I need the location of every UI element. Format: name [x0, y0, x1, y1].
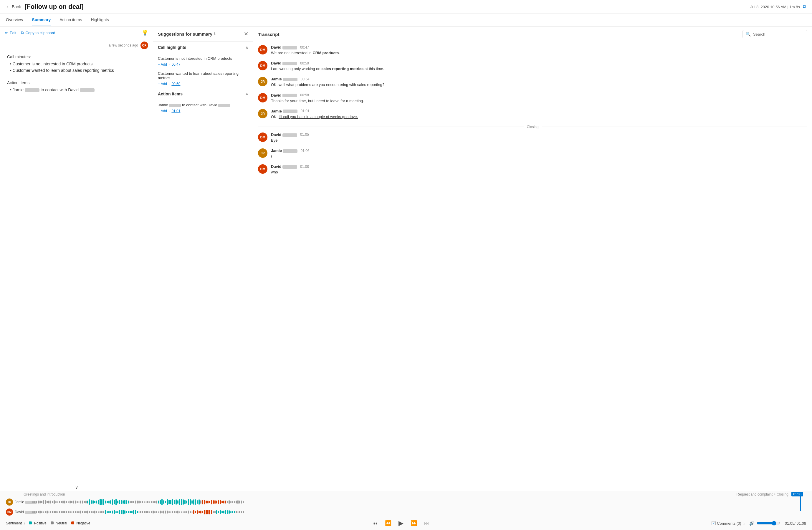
entry-meta: David 01:05 Bye. [271, 132, 309, 143]
info-icon: ℹ [214, 32, 216, 36]
back-button[interactable]: ← Back [6, 4, 21, 10]
meta-time: a few seconds ago [109, 43, 138, 47]
summary-bullet-2: • Customer wanted to learn about sales r… [7, 68, 146, 73]
summary-meta: a few seconds ago OR [0, 39, 153, 51]
copy-button[interactable]: ⧉ Copy to clipboard [21, 30, 55, 35]
fast-forward-button[interactable]: ⏩ [409, 519, 418, 528]
volume-slider[interactable] [757, 521, 780, 526]
action-items-section: Action items ∧ Jamie to contact with Dav… [153, 88, 253, 115]
nav-tabs: Overview Summary Action items Highlights [0, 14, 812, 27]
avatar-jr: JR [258, 77, 267, 86]
avatar-jr: JR [258, 148, 267, 158]
action-item-time-1[interactable]: 01:01 [171, 109, 180, 113]
entry-meta: David 00:50 I am working only working on… [271, 61, 384, 72]
entry-text: OK, well what problems are you encounter… [271, 82, 385, 87]
edit-button[interactable]: ✏ Edit [5, 31, 16, 35]
waveform-jamie[interactable]: 01:06 [32, 498, 806, 506]
transcript-content: DM David 00:47 We are not interested in … [253, 42, 812, 491]
avatar-jr-track: JR [6, 499, 13, 505]
highlight-actions-2: + Add · 00:50 [158, 82, 248, 86]
skip-to-end-button[interactable]: ⏭ [423, 519, 431, 528]
play-button[interactable]: ▶ [397, 518, 405, 528]
right-controls: ✓ Comments (0) ℹ 🔊 01:05/ 01:08 [712, 521, 806, 526]
entry-text: Bye. [271, 138, 309, 143]
back-label: Back [12, 4, 21, 9]
call-highlights-header[interactable]: Call highlights ∧ [153, 42, 253, 53]
transcript-panel: Transcript 🔍 DM David 00:47 We are not i… [253, 27, 812, 491]
rewind-button[interactable]: ⏪ [384, 519, 393, 528]
transcript-entry: DM David 01:08 who [258, 164, 807, 175]
highlight-add-1[interactable]: + Add [158, 62, 167, 67]
entry-meta: David 00:58 Thanks for your time, but I … [271, 93, 364, 104]
toolbar-left: ✏ Edit ⧉ Copy to clipboard [5, 30, 55, 35]
entry-header: David 00:50 [271, 61, 384, 65]
neutral-dot [50, 521, 54, 525]
entry-header: Jamie 01:06 [271, 148, 309, 153]
avatar-dm-track: DM [6, 509, 13, 516]
avatar-dm: DM [258, 164, 267, 174]
tab-highlights[interactable]: Highlights [91, 14, 109, 26]
sentiment-row: Sentiment ℹ Positive Neutral Negative [6, 521, 90, 525]
entry-header: David 01:05 [271, 132, 309, 137]
transcript-entry: JR Jamie 00:54 OK, well what problems ar… [258, 77, 807, 87]
call-minutes-title: Call minutes: [7, 55, 146, 59]
entry-text: i [271, 154, 309, 159]
tab-summary[interactable]: Summary [32, 14, 50, 26]
action-item-actions-1: + Add · 01:01 [158, 109, 248, 113]
entry-meta: Jamie 00:54 OK, well what problems are y… [271, 77, 385, 87]
copy-icon-header[interactable]: ⧉ [803, 4, 806, 10]
header: ← Back [Follow up on deal] Jul 3, 2020 1… [0, 0, 812, 14]
entry-text: I am working only working on sales repor… [271, 66, 384, 72]
collapse-button[interactable]: ∨ [0, 484, 153, 491]
highlight-time-2[interactable]: 00:50 [171, 82, 180, 86]
sentiment-negative: Negative [71, 521, 90, 525]
avatar-dm: DM [258, 93, 267, 102]
highlight-actions-1: + Add · 00:47 [158, 62, 248, 67]
time-display: 01:05/ 01:08 [785, 521, 806, 526]
main-layout: ✏ Edit ⧉ Copy to clipboard 💡 a few secon… [0, 27, 812, 491]
suggestions-close-button[interactable]: ✕ [244, 31, 248, 37]
info-icon-comments: ℹ [743, 521, 744, 525]
transcript-title: Transcript [258, 32, 279, 37]
controls-row: Sentiment ℹ Positive Neutral Negative ⏮ … [0, 516, 812, 530]
avatar-dm: DM [258, 61, 267, 70]
summary-toolbar: ✏ Edit ⧉ Copy to clipboard 💡 [0, 27, 153, 39]
page-title: [Follow up on deal] [25, 3, 83, 11]
sentiment-label: Sentiment ℹ [6, 521, 25, 525]
suggestions-header: Suggestions for summary ℹ ✕ [153, 27, 253, 42]
transcript-search-box[interactable]: 🔍 [742, 30, 807, 38]
checkbox-icon: ✓ [712, 521, 716, 525]
action-item-add-1[interactable]: + Add [158, 109, 167, 113]
action-items-label: Action items [158, 91, 183, 96]
track-label-jamie: JR Jamie [6, 499, 29, 505]
chevron-up-icon: ∧ [246, 45, 248, 49]
entry-text: who [271, 170, 309, 175]
action-items-title: Action items: [7, 80, 146, 85]
header-datetime: Jul 3, 2020 10:56 AM | 1m 8s [751, 5, 800, 9]
suggestions-title: Suggestions for summary ℹ [158, 31, 216, 36]
waveform-david[interactable] [32, 507, 806, 516]
skip-to-start-button[interactable]: ⏮ [372, 519, 379, 528]
highlight-item-1: Customer is not interested in CRM produc… [153, 53, 253, 68]
sentiment-positive: Positive [29, 521, 46, 525]
copy-label: Copy to clipboard [25, 31, 55, 35]
back-arrow-icon: ← [6, 4, 11, 10]
suggestions-button[interactable]: 💡 [142, 29, 148, 36]
highlight-time-1[interactable]: 00:47 [171, 62, 180, 67]
highlight-text-1: Customer is not interested in CRM produc… [158, 56, 248, 61]
summary-content: Call minutes: • Customer is not interest… [0, 51, 153, 484]
entry-meta: Jamie 01:06 i [271, 148, 309, 159]
highlight-item-2: Customer wanted to learn about sales rep… [153, 68, 253, 88]
entry-meta: David 00:47 We are not interested in CRM… [271, 45, 340, 56]
entry-header: David 00:58 [271, 93, 364, 98]
comments-button[interactable]: ✓ Comments (0) ℹ [712, 521, 744, 526]
highlight-add-2[interactable]: + Add [158, 82, 167, 86]
divider-label: Closing [527, 125, 538, 129]
call-highlights-label: Call highlights [158, 45, 186, 50]
section-divider-closing: Closing [258, 125, 807, 129]
tab-overview[interactable]: Overview [6, 14, 23, 26]
tab-action-items[interactable]: Action items [59, 14, 82, 26]
search-input[interactable] [753, 32, 804, 36]
action-items-header[interactable]: Action items ∧ [153, 88, 253, 100]
chevron-down-icon: ∨ [75, 485, 78, 490]
